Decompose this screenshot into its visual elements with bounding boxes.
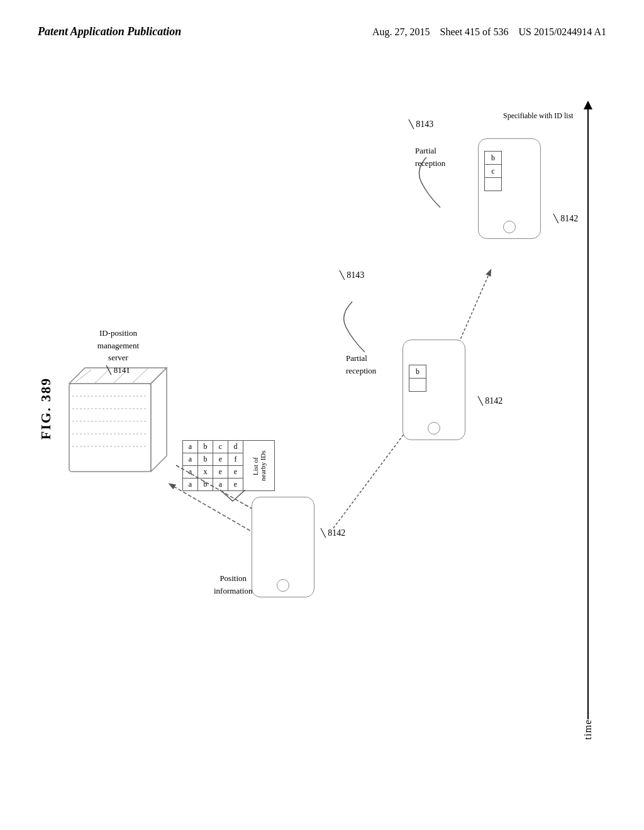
ref-8143-top-num: 8143 xyxy=(416,119,433,129)
ref-8142-top: ╲ 8142 xyxy=(553,214,578,224)
table-cell: d xyxy=(228,441,243,453)
time-arrow-container: time xyxy=(582,101,594,742)
svg-line-14 xyxy=(333,428,409,528)
partial-cells-top: b c xyxy=(484,151,502,191)
server-label-text: ID-position management server xyxy=(97,328,139,362)
phone-home-button xyxy=(277,579,289,592)
page-header: Patent Application Publication Aug. 27, … xyxy=(0,25,644,39)
table-cell: a xyxy=(183,441,198,453)
server-ref-label: ╲ xyxy=(106,365,113,375)
nearby-ids-table: a b c d List ofnearby IDs a b e f a x e … xyxy=(182,440,275,491)
svg-rect-0 xyxy=(69,384,151,472)
partial-cell-empty xyxy=(409,378,426,392)
ref-8143-top: ╲ 8143 xyxy=(409,119,433,130)
ref-8142-bottom: ╲ 8142 xyxy=(321,528,345,538)
partial-reception-top-label: Partial reception xyxy=(415,145,445,169)
publication-info: Aug. 27, 2015 Sheet 415 of 536 US 2015/0… xyxy=(372,25,606,39)
ref-8143-mid-num: 8143 xyxy=(347,270,364,280)
diagram-area: FIG. 389 time xyxy=(38,75,606,792)
ref-8142-mid: ╲ 8142 xyxy=(478,396,502,406)
table-row: a b c d List ofnearby IDs xyxy=(183,441,275,453)
partial-cell-c: c xyxy=(484,164,502,178)
partial-reception-top-text: Partial reception xyxy=(415,146,445,168)
position-info-label: Position information xyxy=(214,572,252,597)
table-cell-label: List ofnearby IDs xyxy=(243,441,275,491)
table-cell: a xyxy=(213,479,228,491)
table-cell: x xyxy=(198,466,213,479)
table-cell: e xyxy=(213,466,228,479)
time-arrow-line xyxy=(587,109,589,719)
partial-cell: b xyxy=(409,365,426,379)
ref-8142-mid-num: 8142 xyxy=(485,396,502,406)
table-cell: b xyxy=(198,453,213,466)
partial-reception-mid-label: Partial reception xyxy=(346,352,376,377)
table-cell: a xyxy=(183,479,198,491)
specifiable-label: Specifiable with ID list xyxy=(503,110,574,121)
phone-bottom xyxy=(252,497,314,597)
ref-8142-bottom-num: 8142 xyxy=(328,528,345,538)
figure-label: FIG. 389 xyxy=(38,377,54,440)
table-cell: a xyxy=(183,453,198,466)
table-cell: e xyxy=(228,479,243,491)
ref-8142-top-num: 8142 xyxy=(560,214,578,223)
id-table: a b c d List ofnearby IDs a b e f a x e … xyxy=(182,440,275,491)
partial-cells-mid: b xyxy=(409,365,426,392)
speech-bubble-tail xyxy=(220,490,252,502)
table-cell: c xyxy=(213,441,228,453)
table-cell: a xyxy=(183,466,198,479)
table-cell: b xyxy=(198,479,213,491)
phone-home-button-top xyxy=(503,221,516,233)
ref-8143-mid: ╲ 8143 xyxy=(340,270,364,280)
partial-cell-empty-top xyxy=(484,177,502,191)
table-cell: b xyxy=(198,441,213,453)
partial-reception-mid-text: Partial reception xyxy=(346,353,376,375)
specifiable-text: Specifiable with ID list xyxy=(503,111,574,120)
server-ref-num: 8141 xyxy=(114,365,130,375)
time-arrow-head xyxy=(584,101,592,109)
partial-cell-b: b xyxy=(484,151,502,165)
table-cell: f xyxy=(228,453,243,466)
pub-date: Aug. 27, 2015 xyxy=(372,26,430,37)
table-cell: e xyxy=(213,453,228,466)
table-cell: e xyxy=(228,466,243,479)
phone-home-button-mid xyxy=(428,422,440,434)
sheet-info: Sheet 415 of 536 xyxy=(440,26,509,37)
publication-title: Patent Application Publication xyxy=(38,25,181,38)
server-label: ID-position management server ╲ 8141 xyxy=(68,327,169,376)
position-info-text: Position information xyxy=(214,573,252,595)
pub-number: US 2015/0244914 A1 xyxy=(518,26,606,37)
time-label: time xyxy=(582,719,594,739)
svg-marker-2 xyxy=(151,368,167,472)
